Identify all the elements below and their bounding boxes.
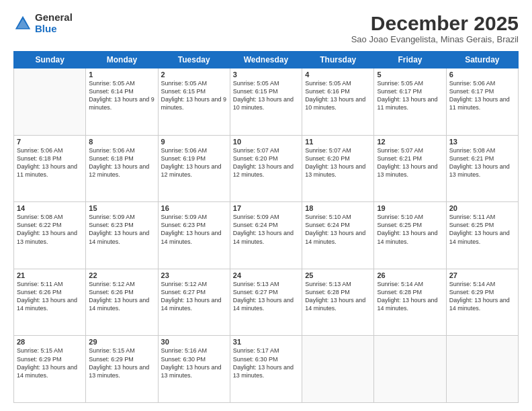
day-info: Sunrise: 5:05 AMSunset: 6:15 PMDaylight:…: [233, 79, 299, 112]
calendar-cell: 25Sunrise: 5:13 AMSunset: 6:28 PMDayligh…: [302, 269, 374, 336]
day-number: 19: [377, 204, 443, 212]
day-number: 8: [89, 138, 154, 146]
col-sunday: Sunday: [14, 52, 86, 68]
calendar-table: Sunday Monday Tuesday Wednesday Thursday…: [13, 51, 519, 403]
day-info: Sunrise: 5:06 AMSunset: 6:19 PMDaylight:…: [161, 146, 227, 179]
day-info: Sunrise: 5:11 AMSunset: 6:25 PMDaylight:…: [449, 213, 515, 246]
day-info: Sunrise: 5:09 AMSunset: 6:23 PMDaylight:…: [89, 213, 154, 246]
calendar-cell: 5Sunrise: 5:05 AMSunset: 6:17 PMDaylight…: [374, 68, 446, 136]
col-wednesday: Wednesday: [230, 52, 302, 68]
calendar-cell: 20Sunrise: 5:11 AMSunset: 6:25 PMDayligh…: [446, 202, 518, 269]
day-number: 21: [17, 271, 83, 279]
calendar-cell: [14, 68, 86, 136]
day-info: Sunrise: 5:06 AMSunset: 6:18 PMDaylight:…: [17, 146, 83, 179]
calendar-body: 1Sunrise: 5:05 AMSunset: 6:14 PMDaylight…: [14, 68, 519, 403]
day-info: Sunrise: 5:08 AMSunset: 6:22 PMDaylight:…: [17, 213, 83, 246]
calendar-cell: 8Sunrise: 5:06 AMSunset: 6:18 PMDaylight…: [86, 135, 158, 202]
calendar-cell: 30Sunrise: 5:16 AMSunset: 6:30 PMDayligh…: [158, 336, 230, 403]
day-info: Sunrise: 5:07 AMSunset: 6:20 PMDaylight:…: [305, 146, 371, 179]
day-info: Sunrise: 5:05 AMSunset: 6:16 PMDaylight:…: [305, 79, 371, 112]
day-number: 3: [233, 71, 299, 79]
calendar-header: Sunday Monday Tuesday Wednesday Thursday…: [14, 52, 519, 68]
week-row-4: 21Sunrise: 5:11 AMSunset: 6:26 PMDayligh…: [14, 269, 519, 336]
calendar-cell: 7Sunrise: 5:06 AMSunset: 6:18 PMDaylight…: [14, 135, 86, 202]
day-number: 22: [89, 271, 154, 279]
col-monday: Monday: [86, 52, 158, 68]
day-number: 4: [305, 71, 371, 79]
day-info: Sunrise: 5:10 AMSunset: 6:24 PMDaylight:…: [305, 213, 371, 246]
calendar-cell: 1Sunrise: 5:05 AMSunset: 6:14 PMDaylight…: [86, 68, 158, 136]
logo-blue: Blue: [35, 24, 73, 35]
day-number: 11: [305, 138, 371, 146]
logo-general: General: [35, 12, 73, 24]
calendar-cell: 10Sunrise: 5:07 AMSunset: 6:20 PMDayligh…: [230, 135, 302, 202]
day-info: Sunrise: 5:13 AMSunset: 6:28 PMDaylight:…: [305, 280, 371, 313]
header-row: Sunday Monday Tuesday Wednesday Thursday…: [14, 52, 519, 68]
day-number: 20: [449, 204, 515, 212]
day-number: 1: [89, 71, 154, 79]
calendar-cell: 28Sunrise: 5:15 AMSunset: 6:29 PMDayligh…: [14, 336, 86, 403]
day-info: Sunrise: 5:16 AMSunset: 6:30 PMDaylight:…: [161, 347, 227, 379]
logo-text: General Blue: [35, 12, 73, 34]
day-number: 7: [17, 138, 83, 146]
day-info: Sunrise: 5:10 AMSunset: 6:25 PMDaylight:…: [377, 213, 443, 246]
day-info: Sunrise: 5:17 AMSunset: 6:30 PMDaylight:…: [233, 347, 299, 379]
calendar-cell: 26Sunrise: 5:14 AMSunset: 6:28 PMDayligh…: [374, 269, 446, 336]
day-number: 12: [377, 138, 443, 146]
day-number: 23: [161, 271, 227, 279]
day-info: Sunrise: 5:14 AMSunset: 6:29 PMDaylight:…: [449, 280, 515, 313]
day-info: Sunrise: 5:05 AMSunset: 6:15 PMDaylight:…: [161, 79, 227, 112]
day-number: 26: [377, 271, 443, 279]
day-number: 28: [17, 338, 83, 346]
day-number: 27: [449, 271, 515, 279]
day-info: Sunrise: 5:09 AMSunset: 6:24 PMDaylight:…: [233, 213, 299, 246]
day-info: Sunrise: 5:12 AMSunset: 6:26 PMDaylight:…: [89, 280, 154, 313]
calendar-title: December 2025: [351, 12, 519, 34]
calendar-cell: 17Sunrise: 5:09 AMSunset: 6:24 PMDayligh…: [230, 202, 302, 269]
day-info: Sunrise: 5:06 AMSunset: 6:17 PMDaylight:…: [449, 79, 515, 112]
calendar-cell: 21Sunrise: 5:11 AMSunset: 6:26 PMDayligh…: [14, 269, 86, 336]
header: General Blue December 2025 Sao Joao Evan…: [13, 12, 519, 44]
calendar-cell: 27Sunrise: 5:14 AMSunset: 6:29 PMDayligh…: [446, 269, 518, 336]
calendar-cell: [374, 336, 446, 403]
day-info: Sunrise: 5:15 AMSunset: 6:29 PMDaylight:…: [89, 347, 154, 379]
day-info: Sunrise: 5:11 AMSunset: 6:26 PMDaylight:…: [17, 280, 83, 313]
col-friday: Friday: [374, 52, 446, 68]
week-row-2: 7Sunrise: 5:06 AMSunset: 6:18 PMDaylight…: [14, 135, 519, 202]
day-number: 14: [17, 204, 83, 212]
week-row-5: 28Sunrise: 5:15 AMSunset: 6:29 PMDayligh…: [14, 336, 519, 403]
day-info: Sunrise: 5:14 AMSunset: 6:28 PMDaylight:…: [377, 280, 443, 313]
day-info: Sunrise: 5:07 AMSunset: 6:20 PMDaylight:…: [233, 146, 299, 179]
day-number: 6: [449, 71, 515, 79]
calendar-cell: 19Sunrise: 5:10 AMSunset: 6:25 PMDayligh…: [374, 202, 446, 269]
day-number: 31: [233, 338, 299, 346]
calendar-cell: 24Sunrise: 5:13 AMSunset: 6:27 PMDayligh…: [230, 269, 302, 336]
logo: General Blue: [13, 12, 73, 34]
calendar-cell: [446, 336, 518, 403]
day-info: Sunrise: 5:05 AMSunset: 6:17 PMDaylight:…: [377, 79, 443, 112]
day-number: 25: [305, 271, 371, 279]
title-block: December 2025 Sao Joao Evangelista, Mina…: [351, 12, 519, 44]
calendar-cell: 16Sunrise: 5:09 AMSunset: 6:23 PMDayligh…: [158, 202, 230, 269]
day-number: 16: [161, 204, 227, 212]
day-number: 15: [89, 204, 154, 212]
calendar-cell: 11Sunrise: 5:07 AMSunset: 6:20 PMDayligh…: [302, 135, 374, 202]
day-number: 24: [233, 271, 299, 279]
day-info: Sunrise: 5:05 AMSunset: 6:14 PMDaylight:…: [89, 79, 154, 112]
calendar-cell: 6Sunrise: 5:06 AMSunset: 6:17 PMDaylight…: [446, 68, 518, 136]
page: General Blue December 2025 Sao Joao Evan…: [0, 0, 532, 411]
day-number: 13: [449, 138, 515, 146]
calendar-cell: 29Sunrise: 5:15 AMSunset: 6:29 PMDayligh…: [86, 336, 158, 403]
day-number: 18: [305, 204, 371, 212]
calendar-cell: 3Sunrise: 5:05 AMSunset: 6:15 PMDaylight…: [230, 68, 302, 136]
col-thursday: Thursday: [302, 52, 374, 68]
week-row-3: 14Sunrise: 5:08 AMSunset: 6:22 PMDayligh…: [14, 202, 519, 269]
calendar-cell: 18Sunrise: 5:10 AMSunset: 6:24 PMDayligh…: [302, 202, 374, 269]
calendar-cell: 22Sunrise: 5:12 AMSunset: 6:26 PMDayligh…: [86, 269, 158, 336]
day-number: 17: [233, 204, 299, 212]
day-info: Sunrise: 5:09 AMSunset: 6:23 PMDaylight:…: [161, 213, 227, 246]
calendar-cell: 9Sunrise: 5:06 AMSunset: 6:19 PMDaylight…: [158, 135, 230, 202]
day-number: 2: [161, 71, 227, 79]
day-number: 30: [161, 338, 227, 346]
col-saturday: Saturday: [446, 52, 518, 68]
